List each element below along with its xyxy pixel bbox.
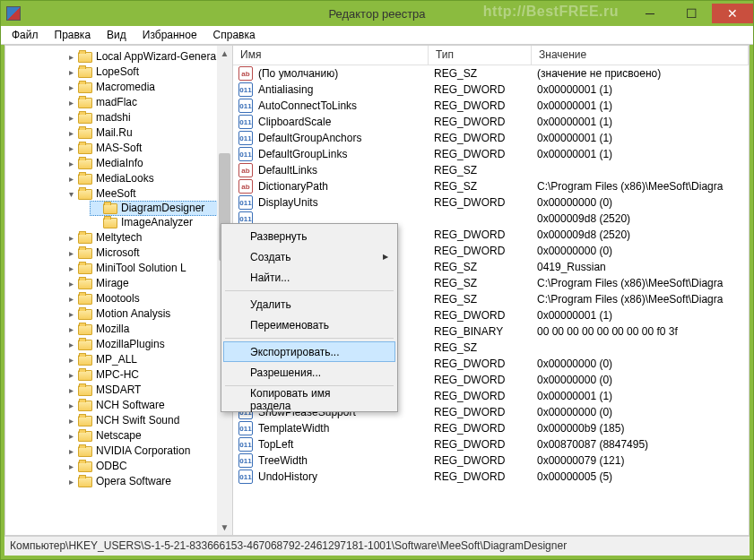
expand-icon[interactable]: ▸ [66,340,76,349]
maximize-button[interactable]: ☐ [671,4,712,23]
tree-item[interactable]: ▸Mirage [65,276,232,291]
tree-item[interactable]: ▸MiniTool Solution L [65,261,232,276]
tree-item[interactable]: ▸Mail.Ru [65,125,232,141]
tree-item[interactable]: ▸LopeSoft [65,65,232,80]
tree-item[interactable]: ▸Microsoft [65,246,232,261]
expand-icon[interactable]: ▸ [66,370,76,380]
table-row[interactable]: 011AutoConnectToLinksREG_DWORD0x00000001… [233,98,749,114]
context-item[interactable]: Копировать имя раздела [223,389,395,409]
context-item[interactable]: Разрешения... [223,362,395,383]
expand-icon[interactable]: ▸ [66,263,76,273]
expand-icon[interactable]: ▸ [66,446,76,456]
expand-icon[interactable]: ▸ [66,355,76,365]
tree-pane[interactable]: ▸Local AppWizard-Genera▸LopeSoft▸Macrome… [5,46,233,535]
close-button[interactable]: ✕ [712,4,753,23]
table-row[interactable]: 011UndoHistoryREG_DWORD0x00000005 (5) [233,469,749,485]
tree-item[interactable]: DiagramDesigner [65,201,232,216]
expand-icon[interactable]: ▸ [66,461,76,471]
tree-item[interactable]: ▸MP_ALL [65,352,232,367]
expand-icon[interactable]: ▸ [66,98,76,108]
menu-view[interactable]: Вид [100,27,134,43]
context-item[interactable]: Удалить [223,294,395,314]
tree-item[interactable]: ▸ODBC [65,459,232,474]
col-value[interactable]: Значение [532,46,749,65]
value-data: 0x00000000 (0) [532,406,749,418]
tree-item[interactable]: ▸NCH Swift Sound [65,413,232,428]
context-menu[interactable]: РазвернутьСоздатьНайти...УдалитьПереимен… [221,223,398,412]
watermark: http://BestFREE.ru [483,4,619,20]
table-row[interactable]: 011DefaultGroupLinksREG_DWORD0x00000001 … [233,146,749,162]
tree-item[interactable]: ▸Meltytech [65,230,232,246]
scroll-up-icon[interactable]: ▲ [217,46,232,61]
table-row[interactable]: 011TreeWidthREG_DWORD0x00000079 (121) [233,452,749,469]
table-row[interactable]: abDictionaryPathREG_SZC:\Program Files (… [233,178,749,194]
tree-item[interactable]: ▸Mozilla [65,322,232,337]
expand-icon[interactable]: ▸ [66,294,76,304]
expand-icon[interactable]: ▸ [66,233,76,243]
tree-item[interactable]: ImageAnalyzer [65,215,232,230]
menu-favorites[interactable]: Избранное [135,27,204,43]
tree[interactable]: ▸Local AppWizard-Genera▸LopeSoft▸Macrome… [5,46,232,535]
context-item[interactable]: Создать [223,246,395,267]
expand-icon[interactable]: ▸ [66,82,76,92]
expand-icon[interactable]: ▸ [66,113,76,123]
expand-icon[interactable]: ▸ [66,431,76,441]
expand-icon[interactable]: ▸ [66,324,76,334]
menu-edit[interactable]: Правка [48,27,99,43]
tree-item[interactable]: ▸Netscape [65,428,232,444]
context-item[interactable]: Найти... [223,267,395,288]
tree-item[interactable]: ▸MozillaPlugins [65,337,232,352]
expand-icon[interactable]: ▸ [66,143,76,153]
expand-icon[interactable]: ▸ [66,67,76,77]
table-row[interactable]: 011ClipboardScaleREG_DWORD0x00000001 (1) [233,114,749,130]
expand-icon[interactable]: ▾ [66,189,76,199]
expand-icon[interactable]: ▸ [66,128,76,138]
tree-item[interactable]: ▸MPC-HC [65,367,232,383]
expand-icon[interactable]: ▸ [66,174,76,184]
tree-item[interactable]: ▸NCH Software [65,398,232,413]
tree-item[interactable]: ▸Motion Analysis [65,306,232,322]
table-row[interactable]: 011TopLeftREG_DWORD0x00870087 (8847495) [233,436,749,452]
folder-icon [78,355,92,366]
table-row[interactable]: 011DefaultGroupAnchorsREG_DWORD0x0000000… [233,130,749,146]
expand-icon[interactable]: ▸ [66,248,76,258]
col-name[interactable]: Имя [233,46,429,65]
expand-icon[interactable]: ▸ [66,52,76,62]
table-row[interactable]: 011DisplayUnitsREG_DWORD0x00000000 (0) [233,194,749,211]
titlebar[interactable]: Редактор реестра http://BestFREE.ru ─ ☐ … [1,1,753,26]
tree-item[interactable]: ▸MAS-Soft [65,141,232,156]
col-type[interactable]: Тип [429,46,532,65]
scroll-down-icon[interactable]: ▼ [217,520,232,535]
expand-icon[interactable]: ▸ [66,279,76,289]
tree-item[interactable]: ▸Local AppWizard-Genera [65,49,232,65]
expand-icon[interactable]: ▸ [66,401,76,410]
expand-icon[interactable]: ▸ [66,416,76,426]
menu-file[interactable]: Файл [4,27,46,43]
tree-item[interactable]: ▸NVIDIA Corporation [65,444,232,459]
menu-help[interactable]: Справка [206,27,263,43]
table-row[interactable]: 011AntialiasingREG_DWORD0x00000001 (1) [233,82,749,98]
tree-item[interactable]: ▸madFlac [65,95,232,110]
tree-item[interactable]: ▸MediaInfo [65,156,232,171]
expand-icon[interactable]: ▸ [66,309,76,319]
expand-icon[interactable]: ▸ [66,477,76,487]
expand-icon[interactable]: ▸ [66,385,76,395]
tree-item[interactable]: ▸Opera Software [65,474,232,489]
expand-icon[interactable]: ▸ [66,159,76,168]
expand-icon[interactable] [91,218,101,228]
tree-item[interactable]: ▸Mootools [65,291,232,306]
tree-item[interactable]: ▸MSDART [65,383,232,398]
context-item[interactable]: Экспортировать... [223,341,395,362]
context-item[interactable]: Переименовать [223,314,395,335]
tree-item[interactable]: ▾MeeSoft [65,186,232,202]
menubar: Файл Правка Вид Избранное Справка [1,26,753,45]
table-row[interactable]: ab(По умолчанию)REG_SZ(значение не присв… [233,65,749,82]
tree-item[interactable]: ▸MediaLooks [65,171,232,186]
context-item[interactable]: Развернуть [223,226,395,246]
minimize-button[interactable]: ─ [629,4,671,23]
table-row[interactable]: 011TemplateWidthREG_DWORD0x000000b9 (185… [233,420,749,436]
table-row[interactable]: abDefaultLinksREG_SZ [233,162,749,178]
expand-icon[interactable] [91,203,101,213]
tree-item[interactable]: ▸madshi [65,110,232,125]
tree-item[interactable]: ▸Macromedia [65,80,232,95]
